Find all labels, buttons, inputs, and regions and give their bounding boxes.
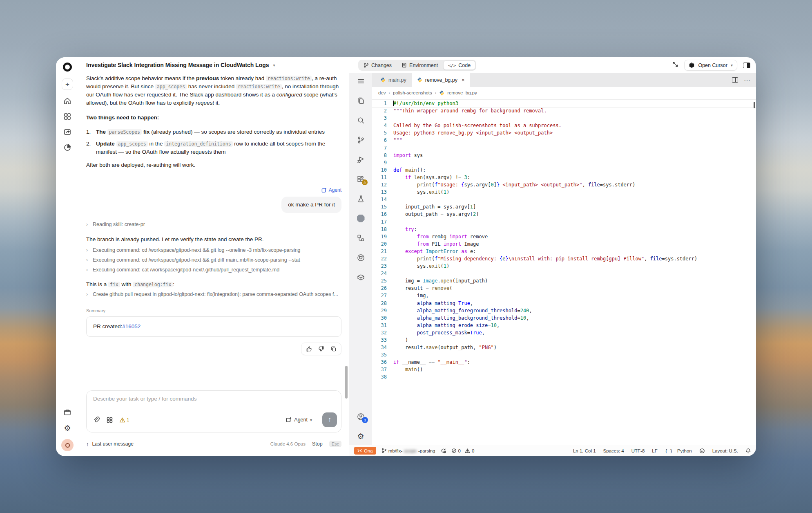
copy-icon[interactable] bbox=[330, 346, 337, 352]
code-line[interactable]: 29 alpha_matting_foreground_threshold=24… bbox=[372, 307, 756, 314]
code-line[interactable]: 11 if len(sys.argv) != 3: bbox=[372, 174, 756, 181]
run-debug-icon[interactable] bbox=[356, 155, 365, 164]
more-actions-icon[interactable]: ⋯ bbox=[744, 76, 750, 84]
expand-icon[interactable] bbox=[672, 61, 678, 69]
search-icon[interactable] bbox=[356, 116, 365, 125]
usage-pie-icon[interactable] bbox=[63, 143, 72, 152]
code-line[interactable]: 12 print(f"Usage: {sys.argv[0]} <input_p… bbox=[372, 181, 756, 188]
close-icon[interactable]: × bbox=[462, 77, 465, 83]
code-line[interactable]: 6""" bbox=[372, 137, 756, 144]
collapsed-step[interactable]: ›Executing command: cd /workspace/gitpod… bbox=[86, 245, 341, 255]
tab-main-py[interactable]: main.py bbox=[375, 73, 412, 87]
code-line[interactable]: 34 result.save(output_path, "PNG") bbox=[372, 344, 756, 351]
code-line[interactable]: 9 bbox=[372, 159, 756, 166]
git-branch-status[interactable]: mb/fix-scope-parsing bbox=[381, 448, 435, 453]
collapsed-step[interactable]: ›Executing command: cd /workspace/gitpod… bbox=[86, 255, 341, 265]
pr-number-link[interactable]: #16052 bbox=[122, 323, 141, 331]
code-editor[interactable]: 1#!/usr/bin/env python32"""Thin wrapper … bbox=[372, 99, 756, 445]
code-line[interactable]: 20 from PIL import Image bbox=[372, 240, 756, 248]
collapsed-step[interactable]: › Reading skill: create-pr bbox=[86, 220, 341, 229]
remote-indicator[interactable]: Ona bbox=[354, 447, 376, 455]
code-line[interactable]: 14 bbox=[372, 196, 756, 203]
sync-status[interactable] bbox=[441, 448, 446, 453]
code-line[interactable]: 19 from rembg import remove bbox=[372, 233, 756, 240]
projects-grid-icon[interactable] bbox=[63, 112, 72, 121]
feedback-smiley-icon[interactable] bbox=[699, 448, 705, 454]
code-line[interactable]: 36if __name__ == "__main__": bbox=[372, 358, 756, 366]
accounts-icon[interactable]: 3 bbox=[356, 412, 365, 421]
archive-icon[interactable] bbox=[63, 408, 72, 417]
settings-gear-icon[interactable]: ⚙ bbox=[63, 423, 72, 432]
code-line[interactable]: 25 img = Image.open(input_path) bbox=[372, 277, 756, 285]
breadcrumb-item[interactable]: dev bbox=[378, 90, 386, 95]
tab-environment[interactable]: Environment bbox=[397, 60, 442, 70]
code-line[interactable]: 26 result = remove( bbox=[372, 285, 756, 292]
github-icon[interactable] bbox=[356, 253, 365, 262]
code-line[interactable]: 5Usage: python3 remove_bg.py <input_path… bbox=[372, 129, 756, 137]
conversation-header[interactable]: Investigate Slack Integration Missing Me… bbox=[86, 57, 346, 73]
manage-gear-icon[interactable]: ⚙ bbox=[356, 432, 365, 441]
editor-scrollbar[interactable] bbox=[754, 102, 755, 108]
code-line[interactable]: 27 img, bbox=[372, 292, 756, 299]
testing-beaker-icon[interactable] bbox=[356, 194, 365, 203]
code-line[interactable]: 17 bbox=[372, 218, 756, 226]
notifications-bell-icon[interactable] bbox=[745, 448, 751, 454]
input-warning[interactable]: 1 bbox=[119, 417, 129, 423]
code-line[interactable]: 15 input_path = sys.argv[1] bbox=[372, 203, 756, 211]
extensions-icon[interactable]: ⚠ bbox=[356, 175, 365, 184]
collapsed-step[interactable]: › Create github pull request in gitpod-i… bbox=[86, 289, 341, 299]
apps-grid-icon[interactable] bbox=[106, 417, 113, 423]
encoding[interactable]: UTF-8 bbox=[631, 448, 645, 453]
code-line[interactable]: 18 try: bbox=[372, 226, 756, 233]
home-icon[interactable] bbox=[63, 96, 72, 105]
code-line[interactable]: 30 alpha_matting_background_threshold=10… bbox=[372, 314, 756, 322]
keyboard-layout[interactable]: Layout: U.S. bbox=[712, 448, 738, 453]
tab-remove-bg-py[interactable]: remove_bg.py × bbox=[412, 73, 470, 87]
code-line[interactable]: 16 output_path = sys.argv[2] bbox=[372, 211, 756, 218]
code-line[interactable]: 3 bbox=[372, 114, 756, 122]
code-line[interactable]: 10def main(): bbox=[372, 166, 756, 174]
code-line[interactable]: 32 post_process_mask=True, bbox=[372, 329, 756, 336]
code-line[interactable]: 31 alpha_matting_erode_size=10, bbox=[372, 322, 756, 329]
indentation[interactable]: Spaces: 4 bbox=[603, 448, 624, 453]
thumbs-down-icon[interactable] bbox=[318, 346, 324, 352]
stop-button[interactable]: Stop bbox=[312, 441, 323, 447]
agent-selector[interactable]: Agent ▾ bbox=[286, 417, 312, 423]
code-line[interactable]: 21 except ImportError as e: bbox=[372, 248, 756, 255]
last-user-message-link[interactable]: Last user message bbox=[92, 441, 134, 447]
code-line[interactable]: 28 alpha_matting=True, bbox=[372, 300, 756, 307]
tab-code[interactable]: </> Code bbox=[443, 60, 475, 70]
octagon-extension-icon[interactable] bbox=[356, 214, 365, 223]
tab-changes[interactable]: Changes bbox=[359, 60, 396, 70]
code-line[interactable]: 1#!/usr/bin/env python3 bbox=[372, 100, 756, 107]
code-line[interactable]: 24 bbox=[372, 270, 756, 277]
code-line[interactable]: 35 bbox=[372, 351, 756, 358]
code-line[interactable]: 37 main() bbox=[372, 366, 756, 373]
breadcrumb-item[interactable]: polish-screenshots bbox=[393, 90, 432, 95]
send-button[interactable]: ↑ bbox=[322, 412, 337, 427]
code-line[interactable]: 23 sys.exit(1) bbox=[372, 262, 756, 270]
code-line[interactable]: 4Called by the Go polish-screenshots too… bbox=[372, 122, 756, 129]
split-editor-icon[interactable] bbox=[732, 77, 738, 83]
code-line[interactable]: 22 print(f"Missing dependency: {e}\nInst… bbox=[372, 255, 756, 262]
chat-scrollbar[interactable] bbox=[345, 366, 348, 399]
code-line[interactable]: 7 bbox=[372, 144, 756, 152]
code-line[interactable]: 8import sys bbox=[372, 152, 756, 159]
user-avatar[interactable] bbox=[61, 439, 74, 451]
model-name[interactable]: Claude 4.6 Opus bbox=[270, 441, 306, 446]
collapsed-step[interactable]: ›Executing command: cat /workspace/gitpo… bbox=[86, 265, 341, 275]
language-mode[interactable]: { } Python bbox=[665, 448, 692, 453]
layout-toggle-icon[interactable] bbox=[743, 63, 750, 68]
menu-hamburger-icon[interactable] bbox=[356, 76, 365, 85]
new-task-button[interactable]: + bbox=[62, 78, 73, 90]
explorer-icon[interactable] bbox=[356, 96, 365, 105]
thumbs-up-icon[interactable] bbox=[306, 346, 312, 352]
code-line[interactable]: 38 bbox=[372, 373, 756, 381]
media-icon[interactable] bbox=[63, 128, 72, 137]
open-cursor-button[interactable]: Open Cursor ▾ bbox=[684, 60, 737, 71]
cursor-position[interactable]: Ln 1, Col 1 bbox=[573, 448, 596, 453]
container-icon[interactable] bbox=[356, 273, 365, 282]
eol-sequence[interactable]: LF bbox=[652, 448, 657, 453]
breadcrumb[interactable]: dev›polish-screenshots›remove_bg.py bbox=[372, 87, 756, 99]
code-line[interactable]: 2"""Thin wrapper around rembg for backgr… bbox=[372, 107, 756, 114]
